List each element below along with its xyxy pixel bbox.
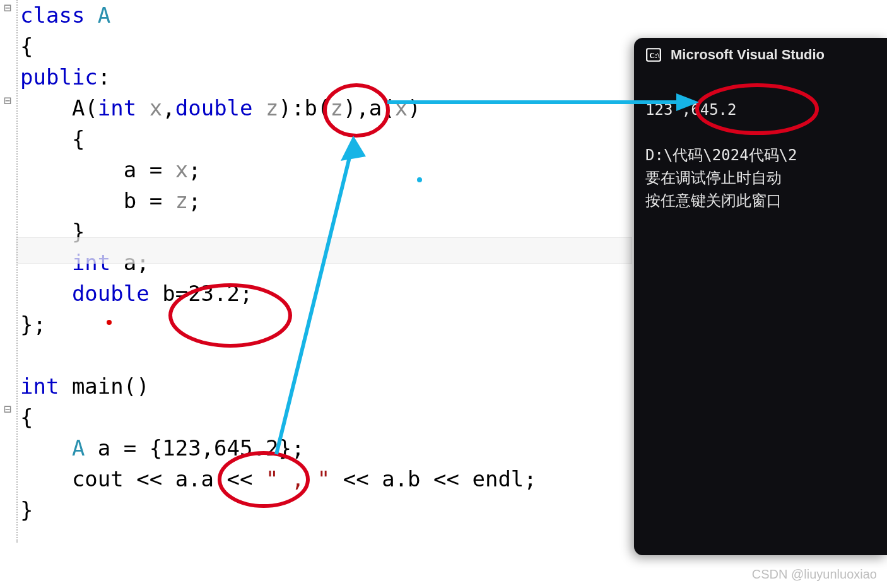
param-z: z: [253, 95, 279, 121]
output-line-1: 123 ,645.2: [645, 101, 737, 119]
keyword-class: class: [20, 3, 85, 28]
type-A: A: [85, 3, 110, 28]
current-line-highlight: [16, 237, 632, 264]
local-a-init: a = {123,645.2};: [85, 435, 304, 461]
init-b: b: [304, 95, 317, 121]
console-icon: C:\: [645, 47, 662, 63]
output-path: D:\代码\2024代码\2: [645, 146, 797, 164]
indent-guide: [16, 0, 19, 543]
code-editor[interactable]: ⊟ ⊟ ⊟ class A { public: A(int x,double z…: [0, 0, 631, 588]
keyword-int: int: [98, 95, 136, 121]
squiggle-dot-icon: [107, 320, 112, 325]
keyword-double: double: [175, 95, 253, 121]
fold-toggle-icon[interactable]: ⊟: [4, 93, 11, 109]
cout-stmt: cout << a.a <<: [72, 466, 266, 491]
ctor-A: A: [72, 95, 85, 121]
member-b: b=23.2;: [150, 281, 253, 306]
brace-close: };: [20, 312, 46, 337]
fold-toggle-icon[interactable]: ⊟: [4, 0, 11, 16]
console-titlebar[interactable]: C:\ Microsoft Visual Studio: [634, 38, 887, 72]
init-a: a: [369, 95, 382, 121]
svg-text:C:\: C:\: [650, 51, 661, 60]
keyword-double: double: [72, 281, 150, 306]
string-literal: " , ": [266, 466, 330, 491]
fold-toggle-icon[interactable]: ⊟: [4, 401, 11, 417]
watermark-text: CSDN @liuyunluoxiao: [752, 567, 877, 582]
keyword-public: public: [20, 64, 98, 90]
type-A: A: [72, 435, 85, 461]
param-x: x: [136, 95, 162, 121]
brace-open: {: [20, 33, 33, 59]
output-msg-1: 要在调试停止时自动: [645, 169, 782, 187]
fold-gutter: ⊟ ⊟ ⊟: [0, 0, 16, 588]
fn-main: main(): [59, 373, 149, 399]
console-title: Microsoft Visual Studio: [671, 47, 825, 63]
output-msg-2: 按任意键关闭此窗口: [645, 192, 782, 209]
keyword-int: int: [20, 373, 59, 399]
console-output: 123 ,645.2 D:\代码\2024代码\2 要在调试停止时自动 按任意键…: [634, 72, 887, 238]
console-window[interactable]: C:\ Microsoft Visual Studio 123 ,645.2 D…: [634, 38, 887, 555]
